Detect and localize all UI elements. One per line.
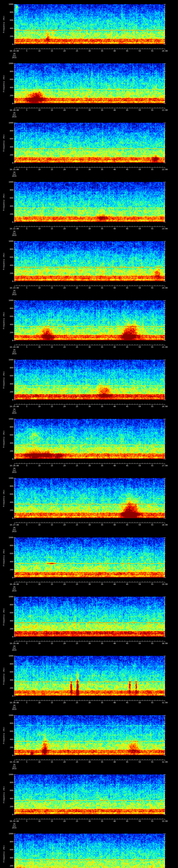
- x-tick-label: 35: [101, 465, 103, 467]
- x-end-time-label: 20:00: [162, 50, 168, 52]
- x-end-time-label: 33:00: [162, 820, 168, 822]
- x-tick-label: 20: [63, 168, 65, 170]
- y-tick-label: 800: [0, 545, 13, 547]
- x-tick-label: 10: [38, 820, 40, 822]
- x-tick-label: 35: [101, 228, 103, 230]
- x-tick-label: 10: [38, 50, 40, 52]
- y-tick-label: 1000: [0, 596, 13, 598]
- y-tick-label: 600: [0, 493, 13, 495]
- x-tick-label: 30: [88, 820, 91, 822]
- x-tick-label: 10: [38, 287, 40, 289]
- x-tick-label: 5: [26, 109, 27, 111]
- y-tick-label: 600: [0, 138, 13, 140]
- x-tick-label: 5: [26, 50, 27, 52]
- y-tick-label: 800: [0, 722, 13, 724]
- y-tick-label: 1000: [0, 833, 13, 835]
- x-tick-label: 45: [126, 643, 128, 644]
- x-tick-label: 35: [101, 820, 103, 822]
- y-tick-label: 200: [0, 332, 13, 334]
- y-tick-label: 1000: [0, 181, 13, 183]
- y-tick-label: 800: [0, 485, 13, 487]
- y-tick-label: 800: [0, 307, 13, 309]
- x-tick-label: 45: [126, 50, 128, 52]
- x-tick-label: 30: [88, 524, 91, 526]
- x-tick-label: 55: [151, 109, 153, 111]
- x-tick-label: 15: [51, 168, 53, 170]
- x-end-time-label: 31:00: [162, 702, 168, 704]
- x-tick-label: 30: [88, 228, 91, 230]
- y-tick-label: 1000: [0, 240, 13, 242]
- x-end-time-label: 25:00: [162, 346, 168, 348]
- y-tick-label: 0: [0, 43, 13, 45]
- x-tick-label: 25: [76, 346, 78, 348]
- date-line: 2015: [12, 590, 17, 592]
- y-tick-label: 1000: [0, 655, 13, 657]
- y-tick-label: 1000: [0, 359, 13, 361]
- y-tick-label: 400: [0, 265, 13, 266]
- spectrogram-panel: Frequency (Hz) 0200400600800100016:31:00…: [0, 711, 178, 770]
- y-tick-label: 0: [0, 162, 13, 164]
- x-tick-label: 20: [63, 50, 65, 52]
- x-tick-label: 10: [38, 643, 40, 644]
- y-tick-label: 800: [0, 604, 13, 606]
- y-tick-label: 200: [0, 628, 13, 630]
- x-tick-label: 40: [114, 524, 116, 526]
- y-tick-label: 600: [0, 553, 13, 555]
- y-tick-label: 600: [0, 849, 13, 850]
- x-tick-label: 45: [126, 287, 128, 289]
- y-tick-label: 600: [0, 789, 13, 792]
- x-tick-label: 40: [114, 761, 116, 763]
- y-tick-label: 1000: [0, 477, 13, 479]
- x-tick-label: 35: [101, 761, 103, 763]
- y-tick-label: 800: [0, 781, 13, 783]
- y-tick-label: 1000: [0, 122, 13, 124]
- x-tick-label: 45: [126, 406, 128, 407]
- x-start-time-label: 16:27:00: [10, 524, 19, 526]
- y-tick-label: 1000: [0, 536, 13, 538]
- y-tick-label: 800: [0, 130, 13, 132]
- y-tick-label: 0: [0, 577, 13, 579]
- y-axis-label: Frequency (Hz): [3, 253, 5, 270]
- x-tick-label: 50: [139, 702, 141, 704]
- y-tick-label: 1000: [0, 3, 13, 5]
- spectrogram-panel: Frequency (Hz) 0200400600800100016:21:00…: [0, 119, 178, 178]
- y-tick-label: 200: [0, 391, 13, 393]
- y-tick-label: 0: [0, 102, 13, 104]
- y-axis-label: Frequency (Hz): [3, 667, 5, 685]
- y-axis-label: Frequency (Hz): [3, 371, 5, 389]
- x-tick-label: 20: [63, 820, 65, 822]
- spectrogram-panel: Frequency (Hz) 0200400600800100016:33:00…: [0, 830, 178, 868]
- x-start-time-label: 16:29:00: [10, 643, 19, 644]
- x-tick-label: 20: [63, 761, 65, 763]
- x-tick-label: 10: [38, 702, 40, 704]
- x-tick-label: 50: [139, 643, 141, 644]
- spectrogram-panel: Frequency (Hz) 0200400600800100016:25:00…: [0, 355, 178, 415]
- y-tick-label: 400: [0, 146, 13, 148]
- date-line: 2015: [12, 235, 17, 236]
- y-tick-label: 400: [0, 857, 13, 859]
- y-tick-label: 600: [0, 434, 13, 436]
- y-axis-label: Frequency (Hz): [3, 727, 5, 744]
- y-axis-label: Frequency (Hz): [3, 845, 5, 863]
- y-tick-label: 1000: [0, 62, 13, 64]
- y-tick-label: 1000: [0, 300, 13, 301]
- date-line: 2015: [12, 768, 17, 770]
- y-axis-label: Frequency (Hz): [3, 430, 5, 448]
- y-tick-label: 1000: [0, 418, 13, 420]
- x-tick-label: 40: [114, 702, 116, 704]
- x-tick-label: 20: [63, 346, 65, 348]
- x-end-time-label: 27:00: [162, 465, 168, 467]
- y-tick-label: 400: [0, 383, 13, 385]
- date-line: 2015: [12, 827, 17, 829]
- x-end-time-label: 22:00: [162, 168, 168, 170]
- y-tick-label: 400: [0, 27, 13, 29]
- x-tick-label: 50: [139, 346, 141, 348]
- y-tick-label: 0: [0, 814, 13, 815]
- y-tick-label: 600: [0, 612, 13, 614]
- x-tick-label: 50: [139, 228, 141, 230]
- x-start-time-label: 16:30:00: [10, 702, 19, 704]
- x-tick-label: 15: [51, 643, 53, 644]
- x-tick-label: 15: [51, 583, 53, 585]
- y-tick-label: 200: [0, 865, 13, 867]
- x-tick-label: 25: [76, 820, 78, 822]
